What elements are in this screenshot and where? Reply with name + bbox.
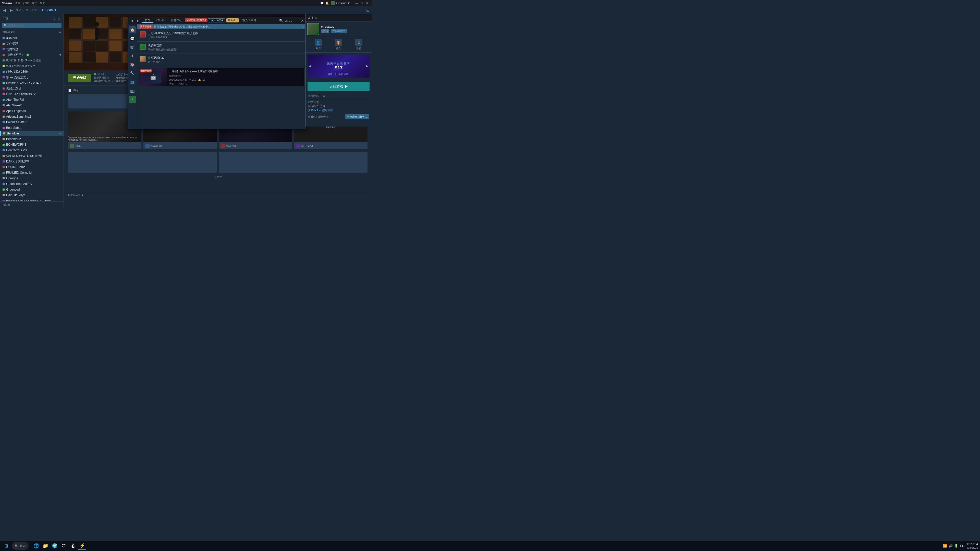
sidebar-item-after-the-fall[interactable]: After The Fall [0, 97, 64, 103]
overlay-tv-icon[interactable]: 📺 [129, 87, 136, 94]
list-item[interactable]: 零 — 湖碧之女子 [0, 75, 64, 80]
list-item[interactable]: DOOM Eternal [0, 164, 64, 170]
review-button[interactable]: 讨论区 [354, 75, 368, 81]
game-desc-button[interactable]: 游戏说明 [304, 75, 321, 81]
forward-button[interactable]: ▶ [9, 8, 14, 13]
list-item[interactable]: 幻夜行者2 (Ghostrunner 2) [0, 91, 64, 97]
nav-games[interactable]: 游戏 [32, 1, 37, 5]
list-item[interactable]: Beholder 2 [0, 136, 64, 142]
tv-cell [69, 52, 82, 63]
overlay-tab-ranking[interactable]: 排行榜 [153, 18, 168, 23]
last-play-date: 2023年12月16日 [94, 79, 113, 83]
close-button[interactable]: ✕ [364, 0, 369, 6]
list-item[interactable]: 消水跑跑夫 DAVE THE DIVER [0, 80, 64, 86]
overlay-sidebar: 🏠 💬 🛒 ⬇ 📚 🔧 👥 📺 ✦ [128, 24, 137, 129]
back-button[interactable]: ◀ [2, 8, 7, 13]
overlay-tab-network[interactable]: 输入入网对 [239, 18, 259, 23]
sidebar-settings-icon[interactable]: ⚙ [57, 16, 61, 21]
news-item[interactable]: 上海MAJOR亚太区RMR中国公开预选赛 比赛中 864/9999 › [137, 29, 306, 41]
nav-friends[interactable]: 好友 [23, 1, 29, 5]
list-item[interactable]: Counter-Strike 2 - Steam 云过渡 [0, 153, 64, 159]
page-title: GISSIMO [42, 8, 56, 12]
overlay-social-icon[interactable]: 👥 [129, 78, 136, 86]
overlay-store-icon[interactable]: 🛒 [129, 44, 136, 51]
overlay-tab-home[interactable]: 首页 [142, 18, 153, 23]
chat-icon[interactable]: 💬 [320, 2, 324, 5]
breadcrumb-community[interactable]: 社区 [32, 8, 38, 12]
video-stats: 2024/08/23 17:47 👁 215 👍 456 [169, 79, 302, 81]
overlay-logo-icon[interactable]: ✦ [129, 96, 136, 103]
sidebar-item-grounded[interactable]: Grounded [0, 187, 64, 192]
overlay-search-button[interactable]: 🔍 [279, 19, 283, 23]
list-item[interactable]: Hellblade: Senua's Sacrifice VR Edition [0, 198, 64, 201]
list-item[interactable]: Half-Life: Alyx [0, 192, 64, 198]
overlay-tools-icon[interactable]: 🔧 [129, 70, 136, 77]
sidebar-item-framed-collection[interactable]: FRAMED Collection [0, 170, 64, 176]
list-item[interactable]: 机械工™对比 机器天天™ [0, 63, 64, 69]
overlay-tab-tasks[interactable]: 任务中心 [168, 18, 185, 23]
filter-icon[interactable]: ≡ [59, 30, 61, 34]
list-item[interactable]: Apex Legends [0, 108, 64, 114]
breadcrumb-library[interactable]: 库 [25, 8, 28, 12]
overlay-download-icon[interactable]: ⬇ [129, 52, 136, 59]
cloud-sync-label[interactable]: 云过渡 [0, 201, 64, 208]
activity-icon: 📋 [68, 89, 72, 92]
news-item[interactable]: ↑ 游戏更新8.20 狙一用再进→ [137, 54, 306, 66]
screenshot-text: Военные игру попала у слова не скажет, я… [68, 136, 140, 141]
tv-cell [83, 40, 95, 51]
overlay-forward-button[interactable]: ▶ [136, 18, 140, 23]
overlay-library-icon[interactable]: 📚 [129, 61, 136, 68]
list-item[interactable]: 3DMark [0, 35, 64, 41]
news-item[interactable]: 成长做双倍 周任消费总成长倍数提高中 [137, 41, 306, 54]
list-item[interactable]: 天维之双雄 [0, 86, 64, 91]
restore-button[interactable]: □ [360, 0, 364, 6]
list-item[interactable]: 艾尔登环 [0, 41, 64, 46]
list-item[interactable]: DARK SOULS™ III [0, 159, 64, 164]
screenshot-user: Тоши [70, 144, 81, 148]
dlc-button[interactable]: DLC [323, 75, 334, 81]
overlay-back-button[interactable]: ◀ [130, 18, 134, 23]
sidebar-item-gta[interactable]: Grand Theft Auto V [0, 181, 64, 187]
play-button[interactable]: 开始游戏 [68, 74, 91, 82]
sidebar-section-title: 主页 [3, 17, 8, 21]
notification-icon[interactable]: 🔔 [325, 2, 329, 5]
nav-help[interactable]: 帮助 [40, 1, 45, 5]
grid-view-icon[interactable]: ⊞ [366, 8, 369, 13]
tv-cell [83, 17, 95, 28]
list-item[interactable]: Contractors VR [0, 148, 64, 153]
overlay-tab-presale[interactable]: S17竞技超前预售!! [185, 18, 207, 22]
username-label: Max Wolf [226, 144, 237, 147]
steam-overlay-window[interactable]: ◀ ▶ 首页 排行榜 任务中心 S17竞技超前预售!! Steam4登录 领会员… [127, 17, 306, 129]
list-item[interactable]: ArizonaSunshine2 [0, 114, 64, 119]
community-button[interactable]: 社区中心 [336, 75, 352, 81]
overlay-chat-icon[interactable]: 💬 [129, 35, 136, 42]
sidebar-header: 主页 ⇅ ⚙ [0, 14, 64, 23]
overlay-minimize-button[interactable]: — [295, 19, 298, 23]
list-item[interactable]: BONEWORKS [0, 142, 64, 148]
list-item[interactable]: AlanWake2 [0, 103, 64, 108]
window-controls: — □ ✕ [354, 0, 369, 6]
overlay-home-icon[interactable]: 🏠 [129, 26, 136, 33]
search-input[interactable] [2, 23, 62, 28]
sidebar-sort-icon[interactable]: ⇅ [52, 16, 56, 21]
breadcrumb-store[interactable]: 商店 [16, 8, 21, 12]
overlay-tab-steam-login[interactable]: Steam4登录 [208, 18, 225, 22]
list-item[interactable]: 魂灭行径: 沉空 - Steam 云过渡 [0, 58, 64, 63]
nav-view[interactable]: 查看 [15, 1, 21, 5]
list-item[interactable]: Beat Saber [0, 125, 64, 130]
list-item[interactable]: 战争: 对决 1896 [0, 69, 64, 75]
status-area: 云状态 最近运行日期 2023年12月16日 [94, 73, 113, 83]
list-item[interactable]: 幻魔蛇盘 [0, 46, 64, 52]
list-item[interactable]: Gorogoa [0, 176, 64, 181]
url-close-button[interactable]: ✕ [301, 25, 304, 29]
user-menu[interactable]: Gissimo ▼ [331, 1, 350, 5]
overlay-close-button[interactable]: ✕ [301, 19, 304, 23]
sidebar-item-beholder[interactable]: Beholder [0, 130, 64, 136]
video-item[interactable]: 新赛季登录 🤖 【专栏】免管面对面——近期热门问题解答 免管面对面 [139, 68, 304, 86]
overlay-tab-vip[interactable]: 领会员!! [226, 18, 239, 22]
list-item[interactable]: Baldur's Gate 3 [0, 119, 64, 125]
news-content: 成长做双倍 周任消费总成长倍数提高中 [148, 44, 304, 52]
steam-logo[interactable]: Steam [2, 1, 12, 5]
list-item[interactable]: 《燃烧不已》 ! [0, 52, 64, 58]
minimize-button[interactable]: — [354, 0, 360, 6]
